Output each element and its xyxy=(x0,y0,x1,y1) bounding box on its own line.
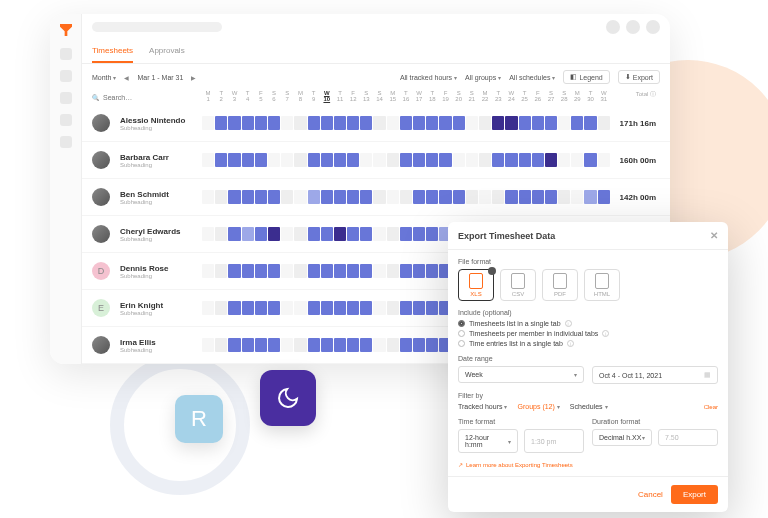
day-cell[interactable] xyxy=(347,301,359,315)
format-option-html[interactable]: HTML xyxy=(584,269,620,301)
day-cell[interactable] xyxy=(347,227,359,241)
table-row[interactable]: Alessio NintendoSubheading171h 16m xyxy=(82,105,670,142)
day-cell[interactable] xyxy=(281,338,293,352)
day-cell[interactable] xyxy=(268,116,280,130)
day-cell[interactable] xyxy=(360,227,372,241)
day-cell[interactable] xyxy=(308,264,320,278)
day-cell[interactable] xyxy=(334,264,346,278)
day-cell[interactable] xyxy=(308,227,320,241)
day-cell[interactable] xyxy=(387,153,399,167)
day-cell[interactable] xyxy=(281,264,293,278)
day-cell[interactable] xyxy=(558,190,570,204)
table-row[interactable]: Barbara CarrSubheading160h 00m xyxy=(82,142,670,179)
day-cell[interactable] xyxy=(387,116,399,130)
day-cell[interactable] xyxy=(308,116,320,130)
day-cell[interactable] xyxy=(584,153,596,167)
day-cell[interactable] xyxy=(360,116,372,130)
day-cell[interactable] xyxy=(255,153,267,167)
day-cell[interactable] xyxy=(598,190,610,204)
day-cell[interactable] xyxy=(492,190,504,204)
day-cell[interactable] xyxy=(532,116,544,130)
day-cell[interactable] xyxy=(255,190,267,204)
day-cell[interactable] xyxy=(413,153,425,167)
day-cell[interactable] xyxy=(308,301,320,315)
day-cell[interactable] xyxy=(242,116,254,130)
period-select[interactable]: Month▾ xyxy=(92,74,116,81)
search-input[interactable] xyxy=(103,94,173,101)
day-cell[interactable] xyxy=(321,264,333,278)
day-cell[interactable] xyxy=(228,338,240,352)
day-cell[interactable] xyxy=(598,116,610,130)
day-cell[interactable] xyxy=(294,227,306,241)
filter-groups[interactable]: All groups▾ xyxy=(465,74,501,81)
day-cell[interactable] xyxy=(426,338,438,352)
nav-item[interactable] xyxy=(60,48,72,60)
day-cell[interactable] xyxy=(439,190,451,204)
modal-filter-hours[interactable]: Tracked hours▾ xyxy=(458,403,507,410)
include-option-3[interactable]: Time entries list in a single tabi xyxy=(458,340,718,347)
day-cell[interactable] xyxy=(479,116,491,130)
day-cell[interactable] xyxy=(228,227,240,241)
clear-button[interactable]: Clear xyxy=(704,404,718,410)
day-cell[interactable] xyxy=(321,190,333,204)
tab-approvals[interactable]: Approvals xyxy=(149,40,185,63)
day-cell[interactable] xyxy=(558,116,570,130)
day-cell[interactable] xyxy=(400,153,412,167)
day-cell[interactable] xyxy=(215,153,227,167)
nav-item[interactable] xyxy=(60,70,72,82)
day-cell[interactable] xyxy=(466,153,478,167)
day-cell[interactable] xyxy=(215,227,227,241)
modal-filter-schedules[interactable]: Schedules▾ xyxy=(570,403,608,410)
day-cell[interactable] xyxy=(334,227,346,241)
day-cell[interactable] xyxy=(268,338,280,352)
day-cell[interactable] xyxy=(439,153,451,167)
day-cell[interactable] xyxy=(228,116,240,130)
day-cell[interactable] xyxy=(426,264,438,278)
day-cell[interactable] xyxy=(571,190,583,204)
next-icon[interactable]: ▶ xyxy=(191,74,196,81)
day-cell[interactable] xyxy=(268,264,280,278)
day-cell[interactable] xyxy=(334,116,346,130)
day-cell[interactable] xyxy=(294,338,306,352)
day-cell[interactable] xyxy=(228,190,240,204)
legend-button[interactable]: ◧Legend xyxy=(563,70,609,84)
day-cell[interactable] xyxy=(268,227,280,241)
filter-hours[interactable]: All tracked hours▾ xyxy=(400,74,457,81)
day-cell[interactable] xyxy=(215,338,227,352)
day-cell[interactable] xyxy=(268,301,280,315)
day-cell[interactable] xyxy=(453,116,465,130)
day-cell[interactable] xyxy=(308,338,320,352)
day-cell[interactable] xyxy=(519,153,531,167)
prev-icon[interactable]: ◀ xyxy=(124,74,129,81)
nav-item[interactable] xyxy=(60,136,72,148)
day-cell[interactable] xyxy=(321,338,333,352)
day-cell[interactable] xyxy=(387,190,399,204)
day-cell[interactable] xyxy=(479,153,491,167)
day-cell[interactable] xyxy=(242,338,254,352)
top-avatar[interactable] xyxy=(646,20,660,34)
date-range-select[interactable]: Oct 4 - Oct 11, 2021▦ xyxy=(592,366,718,384)
day-cell[interactable] xyxy=(347,264,359,278)
close-icon[interactable]: ✕ xyxy=(710,230,718,241)
day-cell[interactable] xyxy=(281,227,293,241)
day-cell[interactable] xyxy=(202,301,214,315)
day-cell[interactable] xyxy=(202,153,214,167)
day-cell[interactable] xyxy=(202,116,214,130)
day-cell[interactable] xyxy=(426,301,438,315)
day-cell[interactable] xyxy=(294,153,306,167)
day-cell[interactable] xyxy=(387,227,399,241)
day-cell[interactable] xyxy=(294,116,306,130)
date-range[interactable]: Mar 1 - Mar 31 xyxy=(137,74,183,81)
time-format-select[interactable]: 12-hour h:mm▾ xyxy=(458,429,518,453)
day-cell[interactable] xyxy=(347,338,359,352)
day-cell[interactable] xyxy=(202,227,214,241)
day-cell[interactable] xyxy=(321,301,333,315)
day-cell[interactable] xyxy=(347,190,359,204)
day-cell[interactable] xyxy=(334,153,346,167)
day-cell[interactable] xyxy=(281,153,293,167)
day-cell[interactable] xyxy=(228,301,240,315)
day-cell[interactable] xyxy=(400,301,412,315)
day-cell[interactable] xyxy=(373,301,385,315)
day-cell[interactable] xyxy=(400,264,412,278)
day-cell[interactable] xyxy=(584,116,596,130)
